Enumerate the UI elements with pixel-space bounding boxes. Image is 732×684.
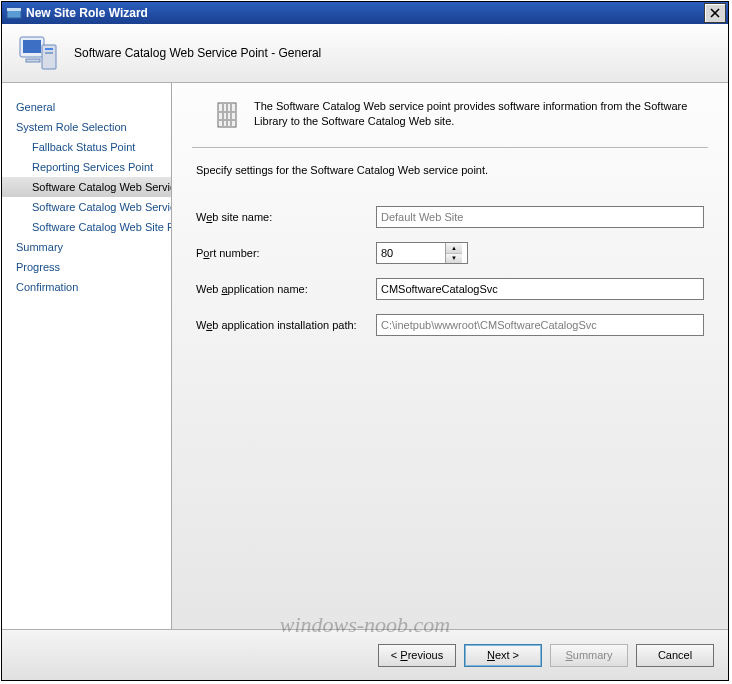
svg-rect-1 — [7, 8, 21, 11]
settings-form: Web site name: Port number: ▲ ▼ Web appl… — [172, 182, 728, 336]
description-text: The Software Catalog Web service point p… — [254, 99, 704, 131]
input-install-path — [376, 314, 704, 336]
instruction-text: Specify settings for the Software Catalo… — [172, 148, 728, 182]
nav-confirmation[interactable]: Confirmation — [2, 277, 171, 297]
header-title: Software Catalog Web Service Point - Gen… — [74, 46, 321, 60]
nav-summary[interactable]: Summary — [2, 237, 171, 257]
label-web-application-name: Web application name: — [196, 283, 376, 295]
input-web-application-name[interactable] — [376, 278, 704, 300]
nav-system-role-selection[interactable]: System Role Selection — [2, 117, 171, 137]
spinner-down[interactable]: ▼ — [446, 254, 462, 264]
label-install-path: Web application installation path: — [196, 319, 376, 331]
svg-rect-13 — [230, 103, 232, 127]
nav-reporting-services-point[interactable]: Reporting Services Point — [2, 157, 171, 177]
nav-software-catalog-web-site-point[interactable]: Software Catalog Web Site Point — [2, 217, 171, 237]
svg-rect-14 — [218, 111, 236, 113]
previous-button[interactable]: < Previous — [378, 644, 456, 667]
row-website-name: Web site name: — [196, 206, 704, 228]
app-icon — [6, 5, 22, 21]
window-title: New Site Role Wizard — [26, 6, 704, 20]
cancel-button[interactable]: Cancel — [636, 644, 714, 667]
row-install-path: Web application installation path: — [196, 314, 704, 336]
nav-software-catalog-web-service-point[interactable]: Software Catalog Web Service Point — [2, 177, 171, 197]
svg-rect-5 — [23, 40, 41, 53]
port-spinner: ▲ ▼ — [445, 243, 462, 263]
row-port-number: Port number: ▲ ▼ — [196, 242, 704, 264]
svg-rect-12 — [226, 103, 228, 127]
spinner-up[interactable]: ▲ — [446, 243, 462, 254]
close-icon — [710, 8, 720, 18]
footer: < Previous Next > Summary Cancel — [2, 629, 728, 680]
wizard-window: New Site Role Wizard Software Catalog We… — [1, 1, 729, 681]
summary-button: Summary — [550, 644, 628, 667]
nav-fallback-status-point[interactable]: Fallback Status Point — [2, 137, 171, 157]
next-button[interactable]: Next > — [464, 644, 542, 667]
svg-rect-15 — [218, 119, 236, 121]
content-panel: The Software Catalog Web service point p… — [172, 83, 728, 631]
label-port-number: Port number: — [196, 247, 376, 259]
sidebar: General System Role Selection Fallback S… — [2, 83, 172, 631]
nav-software-catalog-web-service-point-2[interactable]: Software Catalog Web Service Point — [2, 197, 171, 217]
description-row: The Software Catalog Web service point p… — [172, 83, 728, 141]
input-port-number-wrap: ▲ ▼ — [376, 242, 468, 264]
nav-progress[interactable]: Progress — [2, 257, 171, 277]
label-website-name: Web site name: — [196, 211, 376, 223]
row-web-application-name: Web application name: — [196, 278, 704, 300]
input-website-name — [376, 206, 704, 228]
titlebar: New Site Role Wizard — [2, 2, 728, 24]
nav-general[interactable]: General — [2, 97, 171, 117]
header: Software Catalog Web Service Point - Gen… — [2, 24, 728, 83]
catalog-icon — [212, 99, 244, 131]
svg-rect-7 — [45, 48, 53, 50]
close-button[interactable] — [704, 3, 726, 23]
computer-icon — [16, 31, 60, 75]
svg-rect-8 — [45, 52, 53, 54]
svg-rect-11 — [222, 103, 224, 127]
input-port-number[interactable] — [377, 243, 445, 263]
body: General System Role Selection Fallback S… — [2, 83, 728, 631]
svg-rect-9 — [26, 59, 40, 62]
